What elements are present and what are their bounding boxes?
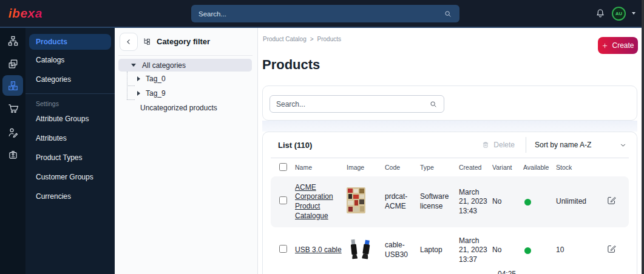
sidebar-item-label: Attributes [36, 134, 67, 142]
user-avatar[interactable]: AU [612, 7, 626, 21]
controls-divider [526, 137, 526, 153]
row-checkbox[interactable] [279, 196, 287, 204]
table-header-row: Name Image Code Type Created Variant Ava… [271, 158, 629, 176]
cart-icon[interactable] [2, 98, 23, 118]
tree-item-label: All categories [142, 61, 186, 70]
tree-guide [127, 99, 135, 100]
column-header-image[interactable]: Image [347, 164, 385, 171]
product-code: prdcat-ACME [385, 192, 420, 211]
product-type: Software license [420, 192, 459, 211]
partial-next-row-text: 04:25 [498, 270, 516, 274]
chevron-down-icon [619, 141, 627, 149]
caret-right-icon[interactable] [137, 91, 140, 96]
caret-right-icon[interactable] [137, 76, 140, 81]
customers-icon[interactable] [2, 122, 23, 142]
sidebar-item-products[interactable]: Products [29, 34, 111, 50]
tree-item-label: Tag_9 [146, 89, 166, 98]
column-header-code[interactable]: Code [385, 164, 420, 171]
search-icon [444, 10, 452, 18]
global-search-input[interactable] [198, 10, 444, 18]
breadcrumb-item[interactable]: Product Catalog [263, 36, 307, 42]
avatar-initials: AU [615, 11, 622, 16]
delete-button-label: Delete [493, 141, 515, 149]
breadcrumb: Product Catalog > Products [263, 36, 341, 42]
category-tree-icon [143, 37, 152, 46]
top-bar: ibexa AU [0, 0, 644, 28]
sort-dropdown[interactable]: Sort by name A-Z [535, 141, 627, 149]
trash-icon [481, 141, 490, 149]
create-button-label: Create [612, 41, 634, 50]
product-code: cable-USB30 [385, 241, 420, 259]
ibexa-logo: ibexa [8, 6, 42, 21]
settings-section-label: Settings [25, 94, 115, 109]
product-stock: Unlimited [556, 197, 605, 207]
sidebar-item-label: Product Types [36, 153, 83, 162]
column-header-created[interactable]: Created [459, 164, 492, 171]
sidebar-item-product-types[interactable]: Product Types [25, 148, 115, 167]
filter-panel-title: Category filter [157, 37, 210, 46]
notifications-bell-icon[interactable] [595, 8, 606, 19]
table-row: USB 3.0 cable [271, 230, 629, 270]
column-header-name[interactable]: Name [295, 164, 347, 171]
sidebar-item-currencies[interactable]: Currencies [25, 187, 115, 206]
sidebar-menu: Products Catalogs Categories Settings At… [25, 28, 115, 274]
product-stock: 10 [556, 246, 605, 255]
id-badge-icon[interactable] [2, 144, 23, 165]
tree-item-tag-0[interactable]: Tag_0 [115, 72, 257, 86]
product-catalog-icon[interactable] [2, 75, 23, 96]
category-filter-panel: Category filter All categories Tag_0 Tag… [115, 28, 258, 274]
product-created: March 21, 2023 13:43 [459, 188, 492, 216]
breadcrumb-separator: > [310, 36, 314, 42]
panel-divider [118, 55, 253, 56]
category-tree: All categories Tag_0 Tag_9 Uncategorized… [115, 59, 257, 115]
create-button[interactable]: Create [598, 37, 638, 54]
global-search[interactable] [191, 5, 459, 22]
tree-item-label: Tag_0 [146, 75, 166, 83]
tree-item-tag-9[interactable]: Tag_9 [115, 86, 257, 101]
column-header-variant[interactable]: Variant [492, 164, 523, 171]
available-indicator [524, 199, 531, 206]
product-list-card: List (110) Delete Sort by name A-Z Name … [262, 132, 637, 274]
list-search[interactable] [269, 95, 444, 113]
scrollbar[interactable] [642, 0, 644, 274]
select-all-checkbox[interactable] [279, 163, 287, 171]
sidebar-item-attributes[interactable]: Attributes [25, 129, 115, 148]
column-header-type[interactable]: Type [420, 164, 459, 171]
table-row: ACME Corporation Product Catalogue prdca… [271, 176, 629, 227]
sidebar-item-catalogs[interactable]: Catalogs [25, 50, 115, 69]
sort-dropdown-label: Sort by name A-Z [535, 141, 591, 149]
delete-button[interactable]: Delete [481, 141, 515, 149]
chevron-left-icon [124, 38, 133, 46]
sidebar-item-label: Currencies [36, 192, 71, 201]
product-name-link[interactable]: ACME Corporation Product Catalogue [295, 183, 333, 220]
product-variant: No [492, 246, 523, 255]
breadcrumb-item[interactable]: Products [317, 36, 341, 42]
pages-icon[interactable] [2, 53, 23, 74]
tree-item-all-categories[interactable]: All categories [118, 59, 252, 72]
page-title: Products [262, 57, 320, 73]
edit-pencil-icon [606, 195, 617, 206]
content-tree-icon[interactable] [2, 30, 23, 51]
main-content: Product Catalog > Products Products Crea… [258, 28, 644, 274]
user-menu-caret-icon[interactable] [632, 12, 636, 15]
sidebar-item-label: Customer Groups [36, 173, 93, 181]
plus-icon [602, 42, 608, 49]
edit-button[interactable] [605, 244, 617, 256]
sidebar-item-customer-groups[interactable]: Customer Groups [25, 167, 115, 187]
caret-down-icon[interactable] [131, 64, 136, 67]
column-header-available[interactable]: Available [523, 164, 556, 171]
list-search-input[interactable] [276, 100, 429, 109]
row-checkbox[interactable] [279, 245, 287, 253]
sidebar-item-attribute-groups[interactable]: Attribute Groups [25, 109, 115, 129]
product-type: Laptop [420, 246, 459, 255]
sidebar-item-categories[interactable]: Categories [25, 70, 115, 89]
edit-button[interactable] [605, 195, 617, 207]
tree-item-uncategorized[interactable]: Uncategorized products [115, 101, 257, 115]
product-name-link[interactable]: USB 3.0 cable [295, 246, 342, 254]
search-card [262, 85, 637, 121]
sidebar-item-label: Products [36, 38, 67, 46]
column-header-stock[interactable]: Stock [556, 164, 605, 171]
available-indicator [524, 247, 531, 254]
sidebar-item-label: Catalogs [36, 56, 64, 64]
collapse-panel-button[interactable] [120, 33, 138, 51]
